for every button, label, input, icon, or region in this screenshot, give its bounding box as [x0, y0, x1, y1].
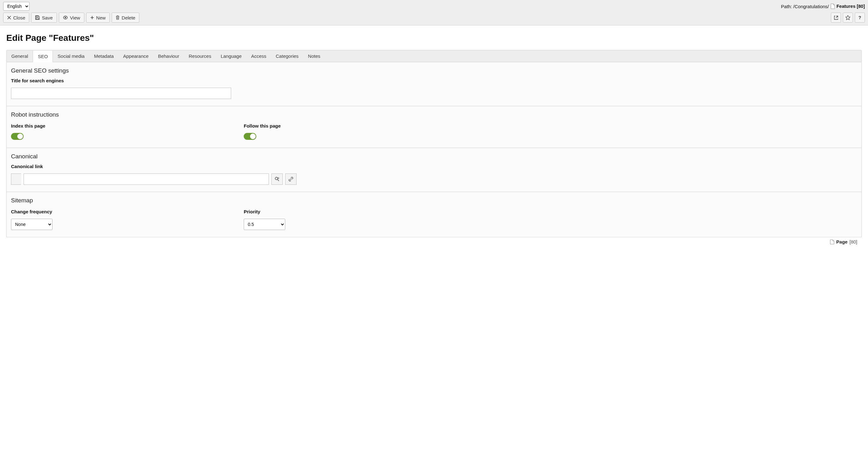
section-general-seo: General SEO settings Title for search en… — [7, 62, 861, 106]
view-button[interactable]: View — [59, 12, 84, 23]
canonical-link-input[interactable] — [24, 173, 269, 185]
section-heading: Canonical — [11, 153, 857, 160]
follow-toggle[interactable] — [244, 133, 256, 140]
svg-rect-0 — [36, 16, 38, 17]
tab-seo[interactable]: SEO — [33, 51, 53, 62]
path-value: /Congratulations/ — [793, 4, 829, 9]
close-button[interactable]: Close — [3, 12, 29, 23]
page-icon — [830, 239, 834, 245]
tab-panel-seo: General SEO settings Title for search en… — [6, 62, 862, 237]
close-label: Close — [13, 15, 25, 21]
page-title: Edit Page "Features" — [6, 33, 862, 43]
priority-select[interactable]: 0.5 — [244, 219, 285, 230]
eye-icon — [63, 16, 68, 20]
language-select[interactable]: English — [3, 2, 30, 11]
close-icon — [7, 16, 11, 20]
svg-rect-1 — [36, 18, 39, 19]
change-frequency-select[interactable]: None — [11, 219, 53, 230]
save-label: Save — [42, 15, 53, 21]
breadcrumb-page-name: Features — [837, 4, 856, 9]
svg-point-3 — [275, 177, 278, 180]
page-footer: Page [80] — [6, 237, 862, 248]
canonical-search-button[interactable] — [271, 173, 283, 185]
tab-appearance[interactable]: Appearance — [119, 50, 153, 62]
index-toggle[interactable] — [11, 133, 24, 140]
delete-button[interactable]: Delete — [112, 12, 139, 23]
new-label: New — [96, 15, 106, 21]
help-button[interactable]: ? — [855, 12, 865, 23]
top-toolbar: English Path: /Congratulations/ Features… — [0, 0, 868, 26]
index-label: Index this page — [11, 123, 244, 129]
tab-bar: General SEO Social media Metadata Appear… — [6, 50, 862, 62]
save-button[interactable]: Save — [31, 12, 57, 23]
target-search-icon — [275, 176, 280, 182]
canonical-link-label: Canonical link — [11, 164, 857, 169]
section-robot-instructions: Robot instructions Index this page Follo… — [7, 106, 861, 148]
trash-icon — [116, 15, 120, 20]
tab-language[interactable]: Language — [216, 50, 247, 62]
svg-point-2 — [64, 17, 66, 18]
breadcrumb-page-id: [80] — [857, 4, 865, 9]
section-canonical: Canonical Canonical link — [7, 148, 861, 192]
view-label: View — [70, 15, 80, 21]
canonical-drag-handle[interactable] — [11, 173, 21, 185]
canonical-link-button[interactable] — [285, 173, 297, 185]
new-button[interactable]: New — [86, 12, 110, 23]
tab-resources[interactable]: Resources — [184, 50, 216, 62]
title-for-search-engines-input[interactable] — [11, 88, 231, 99]
main-content: Edit Page "Features" General SEO Social … — [0, 26, 868, 249]
tab-metadata[interactable]: Metadata — [89, 50, 119, 62]
tab-behaviour[interactable]: Behaviour — [153, 50, 184, 62]
follow-label: Follow this page — [244, 123, 338, 129]
section-heading: General SEO settings — [11, 67, 857, 74]
footer-type-label: Page — [836, 239, 847, 245]
tab-general[interactable]: General — [7, 50, 33, 62]
section-sitemap: Sitemap Change frequency None Priority 0… — [7, 192, 861, 237]
section-heading: Sitemap — [11, 197, 857, 204]
tab-access[interactable]: Access — [246, 50, 271, 62]
footer-id: [80] — [849, 239, 857, 245]
change-frequency-label: Change frequency — [11, 209, 244, 214]
favorite-button[interactable] — [843, 12, 853, 23]
tab-notes[interactable]: Notes — [303, 50, 325, 62]
external-link-button[interactable] — [831, 12, 841, 23]
page-icon — [830, 3, 835, 9]
save-icon — [35, 15, 40, 20]
tab-categories[interactable]: Categories — [271, 50, 304, 62]
section-heading: Robot instructions — [11, 111, 857, 118]
link-icon — [288, 176, 293, 182]
title-for-search-engines-label: Title for search engines — [11, 78, 857, 83]
tab-social-media[interactable]: Social media — [53, 50, 89, 62]
question-icon: ? — [859, 15, 861, 20]
delete-label: Delete — [122, 15, 135, 21]
priority-label: Priority — [244, 209, 338, 214]
plus-icon — [90, 16, 94, 20]
svg-point-4 — [278, 177, 279, 179]
path-label: Path: — [781, 4, 792, 9]
